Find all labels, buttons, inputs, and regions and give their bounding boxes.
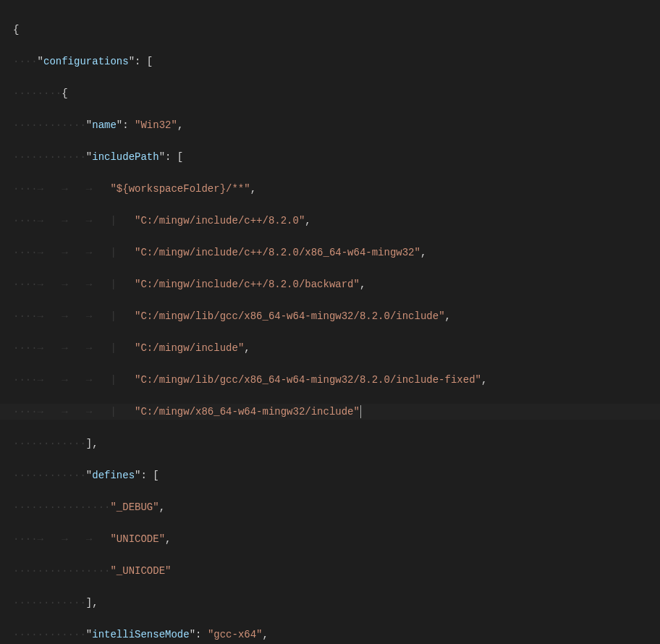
code-line-active[interactable]: ····→ → → | "C:/mingw/x86_64-w64-mingw32… (0, 404, 660, 420)
code-line[interactable]: ····→ → → | "C:/mingw/include/c++/8.2.0/… (0, 276, 660, 292)
code-line[interactable]: ················"_UNICODE" (0, 563, 660, 579)
code-editor[interactable]: { ····"configurations": [ ········{ ····… (0, 0, 660, 644)
code-line[interactable]: ············], (0, 595, 660, 611)
code-line[interactable]: ····→ → → | "C:/mingw/lib/gcc/x86_64-w64… (0, 372, 660, 388)
code-line[interactable]: ············], (0, 436, 660, 452)
code-line[interactable]: { (0, 22, 660, 38)
code-line[interactable]: ····→ → → | "C:/mingw/include/c++/8.2.0"… (0, 213, 660, 229)
code-line[interactable]: ····→ → → | "C:/mingw/lib/gcc/x86_64-w64… (0, 308, 660, 324)
code-line[interactable]: ····→ → → "UNICODE", (0, 531, 660, 547)
code-line[interactable]: ················"_DEBUG", (0, 499, 660, 515)
code-line[interactable]: ····→ → → | "C:/mingw/include/c++/8.2.0/… (0, 245, 660, 260)
code-line[interactable]: ············"name": "Win32", (0, 117, 660, 133)
code-line[interactable]: ············"intelliSenseMode": "gcc-x64… (0, 627, 660, 643)
code-line[interactable]: ············"defines": [ (0, 467, 660, 483)
text-cursor (360, 405, 361, 418)
code-line[interactable]: ····"configurations": [ (0, 54, 660, 69)
code-line[interactable]: ····→ → → "${workspaceFolder}/**", (0, 181, 660, 197)
code-line[interactable]: ············"includePath": [ (0, 149, 660, 165)
code-line[interactable]: ····→ → → | "C:/mingw/include", (0, 340, 660, 356)
code-line[interactable]: ········{ (0, 85, 660, 101)
